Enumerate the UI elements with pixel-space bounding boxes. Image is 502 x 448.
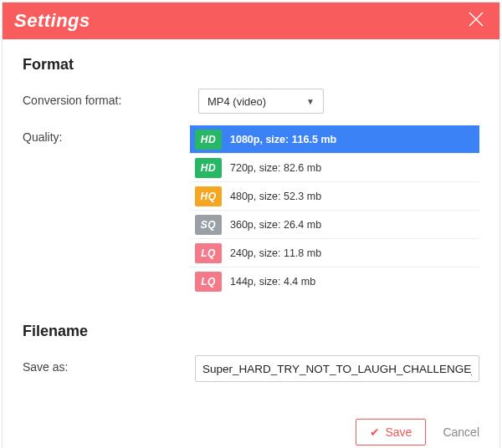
quality-text: 144p, size: 4.4 mb <box>230 276 479 288</box>
quality-badge: LQ <box>195 243 222 263</box>
footer: ✔ Save Cancel <box>3 407 499 448</box>
quality-badge: LQ <box>195 272 222 292</box>
quality-option[interactable]: HD720p, size: 82.6 mb <box>190 154 479 182</box>
conversion-format-select[interactable]: MP4 (video) ▼ <box>198 89 324 114</box>
quality-badge: HQ <box>195 186 222 206</box>
quality-field: HD1080p, size: 116.5 mbHD720p, size: 82.… <box>190 125 479 296</box>
settings-dialog: Settings Format Conversion format: MP4 (… <box>2 2 500 448</box>
filename-input[interactable] <box>195 355 479 382</box>
filename-heading: Filename <box>23 323 479 340</box>
quality-option[interactable]: LQ240p, size: 11.8 mb <box>190 239 479 267</box>
quality-badge: HD <box>195 158 222 178</box>
dialog-content: Format Conversion format: MP4 (video) ▼ … <box>3 39 499 407</box>
quality-badge: SQ <box>195 215 222 235</box>
save-as-field <box>195 355 479 382</box>
titlebar: Settings <box>3 3 499 39</box>
quality-label: Quality: <box>23 125 190 296</box>
filename-section: Filename Save as: <box>23 323 479 382</box>
quality-option[interactable]: SQ360p, size: 26.4 mb <box>190 211 479 239</box>
dialog-title: Settings <box>14 10 90 32</box>
save-button[interactable]: ✔ Save <box>356 419 426 445</box>
close-icon <box>467 10 485 32</box>
quality-option[interactable]: HD1080p, size: 116.5 mb <box>190 125 479 154</box>
save-button-label: Save <box>385 425 412 439</box>
quality-text: 360p, size: 26.4 mb <box>230 219 479 231</box>
quality-option[interactable]: LQ144p, size: 4.4 mb <box>190 267 479 296</box>
conversion-format-value: MP4 (video) <box>207 95 266 108</box>
quality-text: 1080p, size: 116.5 mb <box>230 134 479 145</box>
save-as-label: Save as: <box>23 355 195 382</box>
quality-list: HD1080p, size: 116.5 mbHD720p, size: 82.… <box>190 125 479 296</box>
quality-option[interactable]: HQ480p, size: 52.3 mb <box>190 182 479 211</box>
caret-down-icon: ▼ <box>306 97 315 106</box>
check-icon: ✔ <box>370 425 380 439</box>
quality-row: Quality: HD1080p, size: 116.5 mbHD720p, … <box>23 125 479 296</box>
close-button[interactable] <box>464 9 488 33</box>
format-heading: Format <box>23 56 479 74</box>
conversion-format-field: MP4 (video) ▼ <box>198 89 479 114</box>
cancel-button[interactable]: Cancel <box>443 425 479 439</box>
quality-text: 480p, size: 52.3 mb <box>230 191 479 202</box>
quality-text: 240p, size: 11.8 mb <box>230 247 479 259</box>
save-as-row: Save as: <box>23 355 479 382</box>
conversion-format-label: Conversion format: <box>23 89 198 114</box>
conversion-format-row: Conversion format: MP4 (video) ▼ <box>23 89 479 114</box>
quality-badge: HD <box>195 130 222 150</box>
quality-text: 720p, size: 82.6 mb <box>230 162 479 174</box>
